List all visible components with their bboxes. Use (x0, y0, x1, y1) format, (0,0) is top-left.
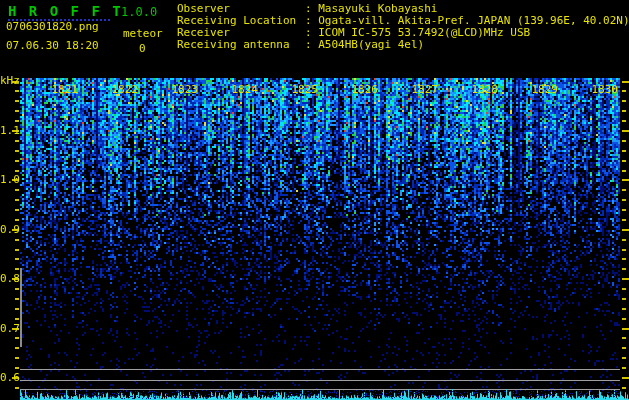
y-tick-label: 1.1 (0, 125, 18, 136)
y-tick-label: 0.8 (0, 273, 18, 284)
time-label: 1825 (292, 84, 319, 96)
info-line-antenna: Receiving antenna: A504HB(yagi 4el) (177, 39, 629, 51)
info-value: : A504HB(yagi 4el) (305, 39, 424, 51)
time-label: 1828 (472, 84, 499, 96)
time-label: 1823 (172, 84, 199, 96)
app-version: 1.0.0 (121, 5, 157, 19)
y-tick-label: 0.6 (0, 372, 18, 383)
station-info-block: Observer: Masayuki Kobayashi Receiving L… (177, 3, 629, 51)
info-label: Receiving antenna (177, 39, 305, 51)
time-label: 1827 (412, 84, 439, 96)
meteor-count-label: meteor (123, 27, 163, 40)
time-label: 1824 (232, 84, 259, 96)
y-tick-label: 0.7 (0, 323, 18, 334)
time-label: 1829 (532, 84, 559, 96)
time-label: 1826 (352, 84, 379, 96)
observation-datetime: 07.06.30 18:20 (6, 39, 99, 52)
time-label: 1830 (592, 84, 619, 96)
time-label: 1821 (52, 84, 79, 96)
time-label: 1822 (112, 84, 139, 96)
y-tick-label: 1.0 (0, 174, 18, 185)
y-axis-unit-label: kHz (0, 74, 18, 87)
hrofft-screen: H R O F F T 1.0.0 0706301820.png meteor … (0, 0, 629, 400)
output-filename: 0706301820.png (6, 20, 99, 33)
meteor-count-value: 0 (139, 42, 146, 55)
y-tick-label: 0.9 (0, 224, 18, 235)
spectrogram-canvas (0, 0, 629, 400)
